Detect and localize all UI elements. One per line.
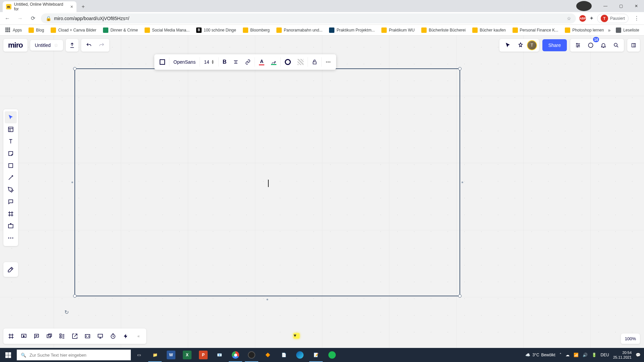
powerpoint-icon[interactable]: P [199,351,208,359]
voting-button[interactable] [119,330,132,343]
taskbar-search[interactable]: 🔍 Zur Suche Text hier eingeben [17,350,131,360]
shape-tool[interactable] [5,160,17,172]
extensions-icon[interactable]: ✦ [589,15,594,21]
present-button[interactable] [17,330,30,343]
lock-button[interactable] [309,54,321,70]
maximize-button[interactable]: ▢ [613,1,629,11]
bookmark-star-icon[interactable]: ☆ [567,16,571,21]
favorite-star-icon[interactable]: ☆ [54,43,58,48]
weather-widget[interactable]: ☁️ 3°C Bewölkt [525,353,555,357]
share-export-button[interactable] [68,330,81,343]
onedrive-icon[interactable]: ☁ [566,353,570,357]
template-tool[interactable] [5,123,17,135]
selected-frame[interactable] [74,68,460,296]
spotify-icon[interactable] [324,348,340,362]
zoom-indicator[interactable]: 100% [621,334,640,344]
bookmark-item[interactable]: Dinner & Crime [100,26,141,34]
resize-handle-tl[interactable] [73,67,76,70]
task-view-icon[interactable]: ▭ [131,348,147,362]
volume-icon[interactable]: 🔊 [583,353,588,357]
redo-button[interactable] [95,39,108,52]
bookmark-item[interactable]: Bücherliste Bücherei [419,26,468,34]
frames-panel-button[interactable] [5,330,17,343]
close-window-button[interactable]: ✕ [629,1,644,11]
forward-button[interactable]: → [15,14,25,23]
edge-icon[interactable] [292,348,308,362]
obs-icon[interactable] [244,348,260,362]
resize-handle-mr[interactable] [462,182,463,183]
resize-handle-ml[interactable] [71,182,73,183]
bookmark-item[interactable]: Cload + Canva Bilder [48,26,99,34]
timer-button[interactable] [107,330,119,343]
reading-list-button[interactable]: Leseliste [613,26,642,34]
shape-type-button[interactable] [156,54,168,70]
frame-tool[interactable] [5,208,17,220]
notes-icon[interactable]: 📝 [308,348,324,362]
app-icon[interactable]: 🔶 [260,348,276,362]
more-tools-icon[interactable] [5,232,17,244]
font-family-select[interactable]: OpenSans [170,54,199,70]
new-tab-button[interactable]: + [78,2,88,11]
bookmark-item[interactable]: Personal Finance K... [510,26,561,34]
border-color-button[interactable] [281,54,294,70]
bookmark-item[interactable]: B100 schöne Dinge [194,26,239,34]
collapse-bottom-icon[interactable]: « [132,330,145,343]
panel-toggle-icon[interactable] [627,39,640,52]
miro-canvas[interactable]: miro Untitled ☆ T Share 14 [0,36,644,348]
bell-icon[interactable] [597,39,610,52]
wifi-icon[interactable]: 📶 [574,353,579,357]
resize-handle-bl[interactable] [73,294,76,298]
board-title-card[interactable]: Untitled ☆ [30,40,63,51]
start-button[interactable] [0,348,16,362]
upload-tool[interactable] [5,220,17,232]
reload-button[interactable]: ⟳ [28,14,38,23]
bookmark-item[interactable]: Praktikum Projektm... [326,26,377,34]
settings-sliders-icon[interactable] [572,39,584,52]
pen-tool[interactable] [5,184,17,196]
minimize-button[interactable]: — [598,1,613,11]
text-color-button[interactable]: A [256,54,268,70]
apps-bookmark[interactable]: Apps [3,26,24,34]
activity-button[interactable] [56,330,68,343]
comment-tool[interactable] [5,196,17,208]
bookmark-item[interactable]: Praktikum WU [379,26,417,34]
line-tool[interactable] [5,172,17,184]
text-tool[interactable] [5,135,17,147]
language-indicator[interactable]: DEU [601,353,609,357]
embed-button[interactable] [81,330,94,343]
abp-extension-icon[interactable]: ABP [579,15,586,22]
bookmark-item[interactable]: Photoshop lernen [562,26,606,34]
align-button[interactable] [230,54,242,70]
bold-button[interactable]: B [219,54,230,70]
action-center-icon[interactable]: 💬 [636,353,641,357]
context-more-icon[interactable]: ••• [322,54,334,70]
link-button[interactable] [242,54,254,70]
chrome-account-dot-icon[interactable] [576,1,592,11]
back-button[interactable]: ← [3,14,12,23]
highlight-color-button[interactable] [268,54,280,70]
kebab-menu-icon[interactable]: ⋮ [632,14,641,23]
resize-handle-tr[interactable] [458,67,462,70]
resize-handle-br[interactable] [458,294,462,298]
explorer-icon[interactable]: 📁 [147,348,163,362]
comments-panel-button[interactable] [30,330,43,343]
resize-handle-mb[interactable] [267,299,268,300]
url-input[interactable]: 🔒 miro.com/app/board/uXjVOf85Hzs=/ ☆ [41,13,576,23]
share-button[interactable]: Share [542,39,567,51]
tray-chevron-icon[interactable]: ˄ [559,353,561,357]
screen-share-button[interactable] [94,330,107,343]
bookmark-item[interactable]: Panoramabahn und... [274,26,325,34]
battery-icon[interactable]: 🔋 [592,353,597,357]
comments-icon[interactable]: 14 [584,39,597,52]
bookmark-item[interactable]: Social Media Mana... [142,26,192,34]
search-icon[interactable] [610,39,623,52]
browser-tab[interactable]: m Untitled, Online Whiteboard for × [3,1,76,12]
select-tool[interactable] [5,111,17,123]
chrome-icon[interactable] [227,348,244,362]
sticky-note-tool[interactable] [5,147,17,160]
excel-icon[interactable]: X [183,351,192,359]
close-tab-icon[interactable]: × [70,4,73,9]
mail-icon[interactable]: 📧 [211,348,227,362]
notepad-icon[interactable]: 📄 [276,348,292,362]
font-size-spinner[interactable]: ▲▼ [211,60,214,64]
